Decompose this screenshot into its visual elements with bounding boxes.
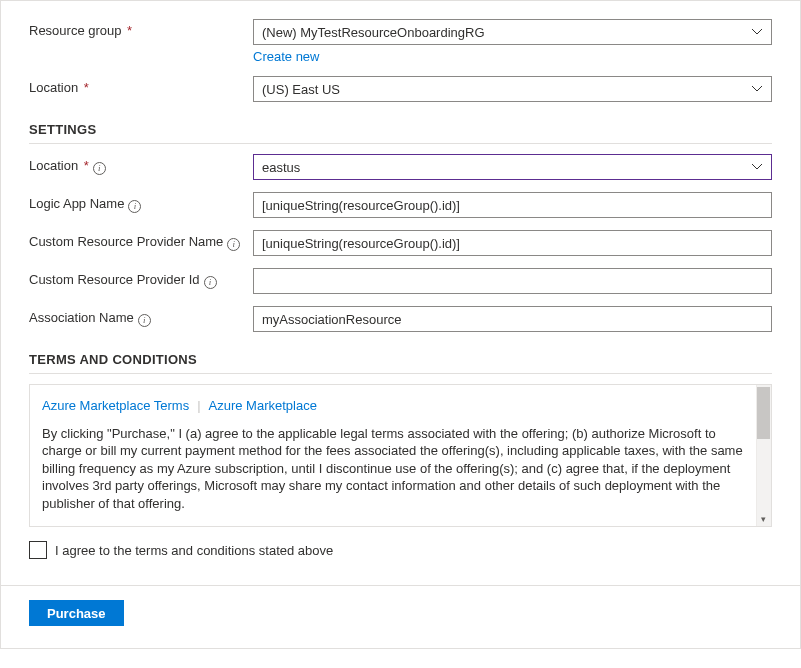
row-logic-app-name: Logic App Namei [uniqueString(resourceGr… — [29, 192, 772, 218]
purchase-button[interactable]: Purchase — [29, 600, 124, 626]
divider: | — [197, 398, 200, 413]
label-text: Custom Resource Provider Name — [29, 234, 223, 249]
location-top-dropdown[interactable]: (US) East US — [253, 76, 772, 102]
section-settings-heading: SETTINGS — [29, 122, 772, 144]
resource-group-dropdown[interactable]: (New) MyTestResourceOnboardingRG — [253, 19, 772, 45]
label-crp-id: Custom Resource Provider Idi — [29, 268, 253, 288]
logic-app-name-input[interactable]: [uniqueString(resourceGroup().id)] — [253, 192, 772, 218]
scrollbar-track[interactable]: ▴ ▾ — [756, 385, 771, 526]
info-icon[interactable]: i — [138, 314, 151, 327]
control-crp-name: [uniqueString(resourceGroup().id)] — [253, 230, 772, 256]
info-icon[interactable]: i — [227, 238, 240, 251]
scroll-down-icon[interactable]: ▾ — [756, 512, 771, 526]
chevron-down-icon — [751, 163, 763, 171]
required-star: * — [80, 80, 89, 95]
control-settings-location: eastus — [253, 154, 772, 180]
required-star: * — [124, 23, 133, 38]
crp-name-input[interactable]: [uniqueString(resourceGroup().id)] — [253, 230, 772, 256]
label-text: Logic App Name — [29, 196, 124, 211]
required-star: * — [80, 158, 89, 173]
row-crp-name: Custom Resource Provider Namei [uniqueSt… — [29, 230, 772, 256]
row-crp-id: Custom Resource Provider Idi — [29, 268, 772, 294]
label-logic-app-name: Logic App Namei — [29, 192, 253, 212]
label-resource-group: Resource group * — [29, 19, 253, 38]
control-crp-id — [253, 268, 772, 294]
footer-divider — [1, 585, 800, 586]
agree-label: I agree to the terms and conditions stat… — [55, 543, 333, 558]
azure-marketplace-link[interactable]: Azure Marketplace — [209, 398, 317, 413]
agree-checkbox[interactable] — [29, 541, 47, 559]
form-card: Resource group * (New) MyTestResourceOnb… — [0, 0, 801, 649]
control-logic-app-name: [uniqueString(resourceGroup().id)] — [253, 192, 772, 218]
control-location-top: (US) East US — [253, 76, 772, 102]
input-value: myAssociationResource — [262, 312, 401, 327]
association-name-input[interactable]: myAssociationResource — [253, 306, 772, 332]
label-crp-name: Custom Resource Provider Namei — [29, 230, 253, 250]
dropdown-value: (US) East US — [262, 82, 340, 97]
label-association-name: Association Namei — [29, 306, 253, 326]
label-text: Association Name — [29, 310, 134, 325]
input-value: [uniqueString(resourceGroup().id)] — [262, 236, 460, 251]
control-resource-group: (New) MyTestResourceOnboardingRG Create … — [253, 19, 772, 64]
control-association-name: myAssociationResource — [253, 306, 772, 332]
chevron-down-icon — [751, 85, 763, 93]
crp-id-input[interactable] — [253, 268, 772, 294]
info-icon[interactable]: i — [93, 162, 106, 175]
row-resource-group: Resource group * (New) MyTestResourceOnb… — [29, 19, 772, 64]
row-association-name: Association Namei myAssociationResource — [29, 306, 772, 332]
label-location-top: Location * — [29, 76, 253, 95]
terms-body-text: By clicking "Purchase," I (a) agree to t… — [42, 425, 749, 513]
scrollbar-thumb[interactable] — [757, 387, 770, 439]
dropdown-value: (New) MyTestResourceOnboardingRG — [262, 25, 485, 40]
row-settings-location: Location *i eastus — [29, 154, 772, 180]
info-icon[interactable]: i — [204, 276, 217, 289]
agree-row: I agree to the terms and conditions stat… — [29, 541, 772, 559]
dropdown-value: eastus — [262, 160, 300, 175]
label-text: Resource group — [29, 23, 122, 38]
chevron-down-icon — [751, 28, 763, 36]
row-location-top: Location * (US) East US — [29, 76, 772, 102]
terms-box: Azure Marketplace Terms|Azure Marketplac… — [29, 384, 772, 527]
label-text: Location — [29, 80, 78, 95]
label-settings-location: Location *i — [29, 154, 253, 174]
section-terms-heading: TERMS AND CONDITIONS — [29, 352, 772, 374]
label-text: Location — [29, 158, 78, 173]
label-text: Custom Resource Provider Id — [29, 272, 200, 287]
settings-location-dropdown[interactable]: eastus — [253, 154, 772, 180]
info-icon[interactable]: i — [128, 200, 141, 213]
input-value: [uniqueString(resourceGroup().id)] — [262, 198, 460, 213]
terms-links: Azure Marketplace Terms|Azure Marketplac… — [42, 397, 749, 415]
create-new-link[interactable]: Create new — [253, 49, 319, 64]
azure-marketplace-terms-link[interactable]: Azure Marketplace Terms — [42, 398, 189, 413]
